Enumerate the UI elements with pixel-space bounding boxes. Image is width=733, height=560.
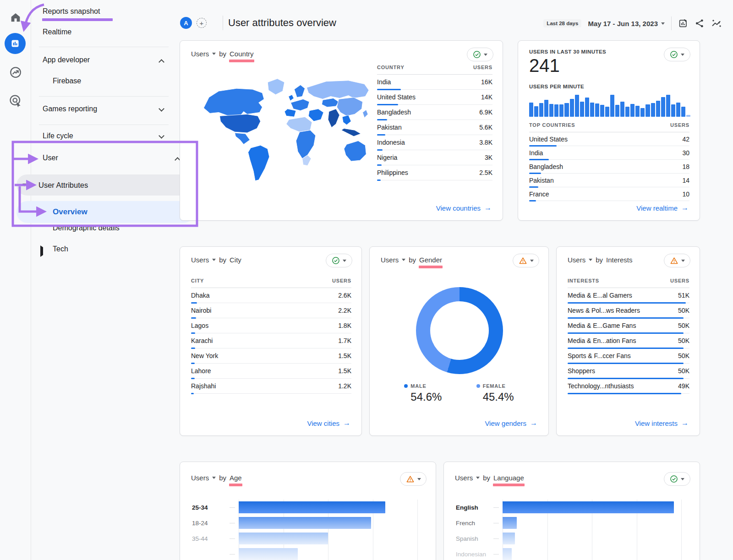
chevron-up-icon[interactable] bbox=[159, 59, 164, 65]
row-value: 2.5K bbox=[479, 169, 492, 176]
share-icon[interactable] bbox=[695, 18, 705, 28]
sidebar-item-overview[interactable]: Overview bbox=[16, 201, 194, 223]
arrow-right-icon bbox=[681, 204, 689, 212]
bar-label: French bbox=[455, 520, 493, 527]
bar bbox=[503, 517, 517, 529]
sidebar-item-tech[interactable]: Tech bbox=[53, 245, 68, 253]
column-users: USERS bbox=[332, 278, 351, 283]
row-bar bbox=[568, 393, 681, 394]
data-quality-dropdown[interactable] bbox=[467, 48, 493, 61]
card-title[interactable]: Users by Gender bbox=[381, 256, 442, 264]
data-quality-dropdown[interactable] bbox=[664, 48, 690, 61]
account-avatar[interactable]: A bbox=[180, 17, 192, 29]
card-title[interactable]: Users by Interests bbox=[568, 256, 633, 264]
dimension-label: City bbox=[230, 256, 241, 264]
table-header: CITY USERS bbox=[191, 278, 351, 288]
per-minute-bar bbox=[615, 105, 619, 117]
data-quality-dropdown[interactable] bbox=[664, 254, 690, 267]
card-title[interactable]: Users by City bbox=[191, 256, 241, 264]
arrow-right-icon bbox=[530, 419, 537, 427]
sidebar-section-user[interactable]: User bbox=[43, 154, 58, 162]
gender-legend: MALE 54.6% FEMALE 45.4% bbox=[370, 383, 548, 403]
card-title[interactable]: Users by Country bbox=[191, 50, 254, 58]
row-label: Bangladesh bbox=[377, 109, 411, 116]
data-quality-dropdown[interactable] bbox=[513, 254, 539, 267]
row-label: United States bbox=[377, 93, 416, 101]
sidebar-section-app-developer[interactable]: App developer bbox=[43, 56, 90, 64]
table-row: Nigeria 3K bbox=[377, 150, 492, 165]
view-realtime-link[interactable]: View realtime bbox=[636, 204, 689, 212]
age-bar-chart: 25-34 18-24 35-44 bbox=[191, 500, 417, 560]
metric-dropdown-icon bbox=[589, 259, 592, 261]
sidebar-section-games-reporting[interactable]: Games reporting bbox=[43, 105, 97, 113]
data-quality-dropdown[interactable] bbox=[400, 472, 427, 486]
table-row: Pakistan 14 bbox=[529, 174, 689, 187]
advertising-icon[interactable] bbox=[6, 92, 25, 110]
row-value: 14 bbox=[682, 177, 689, 184]
chevron-down-icon[interactable] bbox=[159, 133, 164, 139]
view-genders-link[interactable]: View genders bbox=[485, 419, 537, 427]
row-bar bbox=[377, 179, 381, 181]
explore-icon[interactable] bbox=[6, 63, 25, 82]
chevron-down-icon[interactable] bbox=[159, 106, 164, 112]
status-check-icon bbox=[332, 256, 340, 265]
table-row: Philippines 2.5K bbox=[377, 165, 492, 180]
sidebar-item-user-attributes[interactable]: User Attributes bbox=[16, 174, 194, 196]
legend-value: 54.6% bbox=[410, 391, 442, 403]
sidebar-section-life-cycle[interactable]: Life cycle bbox=[43, 132, 73, 140]
per-minute-bar bbox=[600, 105, 604, 117]
nav-rail bbox=[0, 0, 31, 560]
view-interests-link[interactable]: View interests bbox=[635, 419, 689, 427]
sidebar-item-realtime[interactable]: Realtime bbox=[43, 28, 71, 36]
metric-label: Users bbox=[191, 474, 209, 482]
per-minute-bar bbox=[590, 103, 594, 117]
chevron-down-icon bbox=[417, 478, 421, 480]
bar-row bbox=[191, 546, 417, 560]
edit-report-icon[interactable] bbox=[678, 18, 688, 28]
bar-label: 35-44 bbox=[191, 535, 230, 542]
per-minute-bar bbox=[554, 104, 558, 117]
per-minute-bar bbox=[661, 97, 665, 117]
per-minute-bar bbox=[625, 107, 629, 117]
view-countries-link[interactable]: View countries bbox=[436, 204, 492, 212]
by-label: by bbox=[409, 256, 416, 264]
per-minute-bar bbox=[585, 98, 589, 117]
expand-triangle-icon bbox=[22, 184, 26, 186]
per-minute-bar bbox=[686, 115, 690, 117]
table-row: Media & E...al Gamers 51K bbox=[568, 288, 689, 303]
sidebar-item-demographic-details[interactable]: Demographic details bbox=[53, 224, 120, 232]
legend-label: MALE bbox=[410, 383, 426, 389]
table-row: United States 42 bbox=[529, 132, 689, 146]
bar bbox=[239, 548, 298, 560]
row-bar bbox=[191, 393, 194, 394]
data-quality-dropdown[interactable] bbox=[664, 472, 690, 486]
bar-row: French bbox=[455, 515, 681, 531]
add-comparison-button[interactable]: + bbox=[197, 18, 207, 28]
axis-tick bbox=[230, 523, 235, 523]
status-warning-icon bbox=[406, 475, 415, 484]
insights-icon[interactable] bbox=[711, 18, 722, 29]
bar bbox=[239, 501, 385, 513]
row-value: 18 bbox=[682, 163, 689, 170]
per-minute-bar bbox=[534, 106, 538, 117]
card-title[interactable]: Users by Language bbox=[455, 474, 524, 482]
data-quality-dropdown[interactable] bbox=[326, 254, 352, 267]
sidebar-item-firebase[interactable]: Firebase bbox=[53, 77, 81, 85]
sidebar-item-reports-snapshot[interactable]: Reports snapshot bbox=[43, 7, 100, 16]
link-label: View cities bbox=[307, 419, 339, 427]
axis-tick bbox=[493, 523, 499, 523]
by-label: by bbox=[483, 474, 490, 482]
row-value: 3K bbox=[485, 154, 492, 161]
table-row: Sports & F...ccer Fans 50K bbox=[568, 348, 689, 364]
per-minute-bar bbox=[595, 103, 599, 117]
view-cities-link[interactable]: View cities bbox=[307, 419, 350, 427]
sidebar-divider bbox=[39, 96, 169, 97]
date-range-picker[interactable]: May 17 - Jun 13, 2023 bbox=[588, 20, 665, 27]
row-value: 1.7K bbox=[338, 337, 351, 344]
by-label: by bbox=[219, 256, 226, 264]
reports-icon[interactable] bbox=[5, 33, 26, 54]
home-icon[interactable] bbox=[6, 8, 25, 27]
table-row: Karachi 1.7K bbox=[191, 333, 351, 348]
collapsed-triangle-icon[interactable] bbox=[40, 247, 43, 256]
card-title[interactable]: Users by Age bbox=[191, 474, 242, 482]
